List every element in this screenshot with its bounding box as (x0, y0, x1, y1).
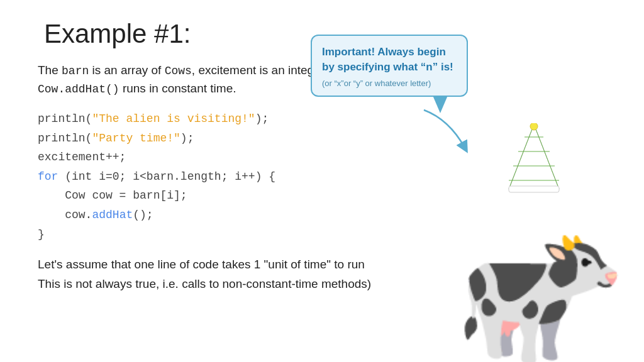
cow-emoji: 🐄 (454, 224, 627, 362)
svg-point-9 (530, 123, 538, 130)
bottom-text: Let's assume that one line of code takes… (38, 255, 453, 293)
callout-arrow (411, 107, 474, 157)
code-line-7: } (38, 225, 428, 244)
desc-code3: Cow.addHat() (38, 83, 119, 96)
desc-part2: is an array of (89, 63, 164, 77)
callout-subtitle: (or “x”or “y” or whatever letter) (322, 79, 457, 88)
party-hat-icon (506, 123, 562, 199)
code-line-1: println("The alien is visiting!"); (38, 109, 428, 129)
code-line-5: Cow cow = barn[i]; (38, 186, 428, 206)
code-line-2: println("Party time!"); (38, 129, 428, 148)
desc-part1: The (38, 63, 62, 77)
svg-marker-0 (509, 124, 559, 189)
code-line-4: for (int i=0; i<barn.length; i++) { (38, 167, 428, 187)
code-line-6: cow.addHat(); (38, 206, 428, 225)
code-block: println("The alien is visiting!"); print… (38, 109, 428, 244)
callout-title: Important! Always begin by specifying wh… (322, 45, 457, 75)
desc-part5: runs in constant time. (119, 82, 236, 95)
slide: Example #1: The barn is an array of Cows… (0, 0, 644, 362)
bottom-line2: This is not always true, i.e. calls to n… (38, 275, 453, 293)
callout-bubble: Important! Always begin by specifying wh… (311, 35, 468, 97)
svg-rect-8 (509, 186, 559, 192)
desc-code2: Cows (165, 65, 192, 77)
desc-code1: barn (62, 65, 89, 77)
bottom-line1: Let's assume that one line of code takes… (38, 255, 453, 274)
code-line-3: excitement++; (38, 148, 428, 167)
